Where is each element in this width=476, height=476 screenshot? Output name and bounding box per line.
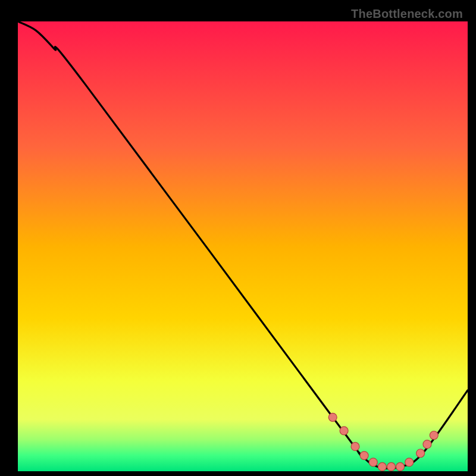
svg-point-1	[328, 413, 337, 421]
svg-point-9	[405, 458, 414, 466]
svg-rect-0	[18, 21, 468, 471]
svg-point-5	[369, 458, 377, 466]
chart-svg	[18, 21, 468, 471]
svg-point-11	[423, 440, 431, 449]
chart-frame: TheBottleneck.com	[5, 5, 471, 471]
svg-point-3	[351, 442, 359, 450]
svg-point-12	[430, 431, 438, 440]
chart-plot	[18, 21, 468, 471]
svg-point-4	[360, 452, 368, 460]
svg-point-10	[416, 449, 425, 458]
svg-point-8	[396, 462, 405, 471]
svg-point-6	[378, 462, 386, 471]
watermark-text: TheBottleneck.com	[351, 7, 463, 21]
svg-point-7	[387, 462, 395, 471]
svg-point-2	[340, 427, 348, 435]
